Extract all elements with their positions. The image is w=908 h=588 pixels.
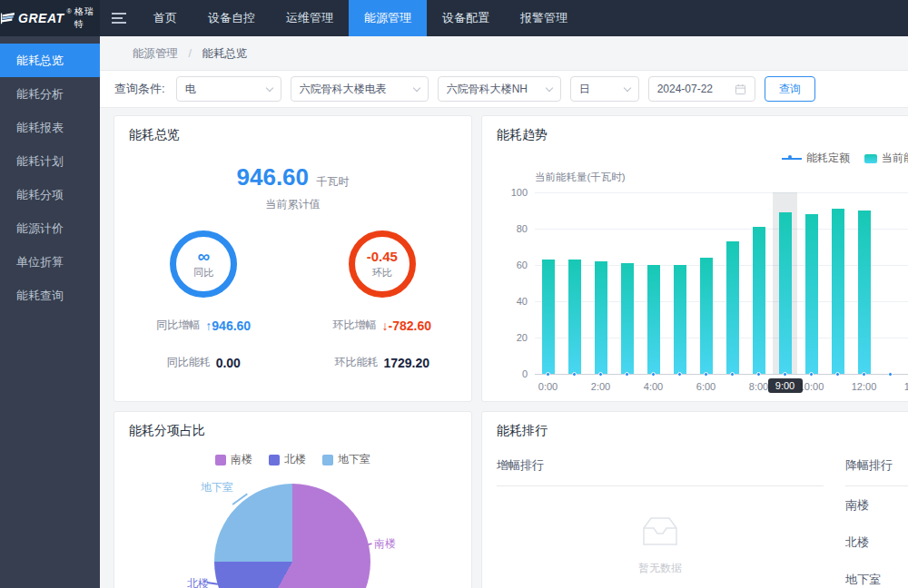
legend-item-quota[interactable]: 能耗定额 <box>782 151 850 166</box>
quota-line-dot <box>783 372 787 377</box>
gridline <box>535 192 908 193</box>
mom-ring: -0.45 环比 <box>349 230 416 298</box>
trend-bar <box>700 258 713 374</box>
sidebar-collapse-icon[interactable] <box>100 0 138 36</box>
y-axis-tick: 100 <box>497 187 528 198</box>
query-toolbar: 查询条件: 电 六院骨科大楼电表 六院骨科大楼NH 日 <box>100 70 908 108</box>
quota-line-dot <box>809 372 814 377</box>
arrow-down-icon: ↓ <box>382 318 389 333</box>
legend-label: 南楼 <box>231 452 252 467</box>
trend-bar <box>621 263 634 374</box>
brand-name: GREAT <box>18 11 64 25</box>
trend-bar <box>674 265 686 374</box>
sidebar-item-energy-analysis[interactable]: 能耗分析 <box>0 77 100 111</box>
energy-type-value: 电 <box>185 82 260 97</box>
legend-item[interactable]: 南楼 <box>215 452 252 467</box>
quota-line-dot <box>598 372 603 377</box>
ranking-item: 南楼 <box>845 486 908 524</box>
meter-select[interactable]: 六院骨科大楼电表 <box>291 76 429 102</box>
nav-item-home[interactable]: 首页 <box>138 0 192 36</box>
increase-ranking-column: 增幅排行 暂无数据 <box>497 457 824 576</box>
yoy-ring: ∞ 同比 <box>170 230 237 298</box>
y-axis-tick: 80 <box>497 223 528 234</box>
legend-swatch <box>322 455 333 466</box>
chevron-down-icon <box>545 83 552 91</box>
sidebar-item-unit-conversion[interactable]: 单位折算 <box>0 245 100 279</box>
trend-bar <box>779 212 792 374</box>
x-axis-tick: 0:00 <box>530 381 567 392</box>
quota-line-dot <box>677 372 682 377</box>
yoy-growth-label: 同比增幅 <box>156 318 200 333</box>
period-select[interactable]: 日 <box>570 76 639 102</box>
nav-item-ops-management[interactable]: 运维管理 <box>271 0 349 36</box>
legend-label: 北楼 <box>284 452 306 467</box>
mom-growth-value: ↓-782.60 <box>382 318 431 333</box>
energy-type-select[interactable]: 电 <box>176 76 281 102</box>
panel-title: 能耗趋势 <box>482 116 908 151</box>
energy-overview-panel: 能耗总览 946.60 千瓦时 当前累计值 ∞ 同比 <box>114 115 472 402</box>
y-axis-tick: 0 <box>497 368 528 379</box>
mom-energy-value: 1729.20 <box>383 356 429 370</box>
current-value-unit: 千瓦时 <box>316 175 349 188</box>
tab-decrease-ranking[interactable]: 降幅排行 <box>845 457 908 486</box>
trend-bar <box>542 260 555 374</box>
yoy-ring-value: ∞ <box>197 250 210 264</box>
ranking-item: 地下室 <box>845 561 908 588</box>
device-value: 六院骨科大楼NH <box>447 82 539 97</box>
device-select[interactable]: 六院骨科大楼NH <box>438 76 561 102</box>
x-axis-tick: 4:00 <box>636 381 672 392</box>
app-root: GREAT ® 格瑞特 首页 设备自控 运维管理 能源管理 设备配置 报警管理 … <box>0 0 908 588</box>
ranking-columns: 增幅排行 暂无数据 <box>482 446 908 576</box>
trend-bar <box>753 227 765 374</box>
breadcrumb-separator: / <box>188 47 191 60</box>
legend-item[interactable]: 地下室 <box>322 452 370 467</box>
quota-line-dot <box>651 372 656 377</box>
search-button[interactable]: 查询 <box>765 76 815 102</box>
breadcrumb-parent[interactable]: 能源管理 <box>133 47 178 60</box>
empty-box-icon <box>637 514 684 550</box>
topbar: GREAT ® 格瑞特 首页 设备自控 运维管理 能源管理 设备配置 报警管理 <box>0 0 908 36</box>
trend-bar <box>726 241 739 374</box>
x-axis-tick: 6:00 <box>688 381 725 392</box>
trend-bar <box>647 265 660 374</box>
x-axis-tick: 12:00 <box>846 381 883 392</box>
legend-item[interactable]: 北楼 <box>269 452 306 467</box>
nav-item-device-control[interactable]: 设备自控 <box>192 0 271 36</box>
sidebar-item-energy-subitem[interactable]: 能耗分项 <box>0 178 100 211</box>
mom-ring-value: -0.45 <box>367 249 398 264</box>
legend-item-current[interactable]: 当前能耗 <box>864 151 908 166</box>
legend-label: 能耗定额 <box>806 151 850 166</box>
sidebar-item-energy-plan[interactable]: 能耗计划 <box>0 144 100 178</box>
tab-increase-ranking[interactable]: 增幅排行 <box>497 457 824 486</box>
trend-bar <box>595 261 607 374</box>
breadcrumb-current: 能耗总览 <box>202 47 247 60</box>
energy-subitem-pie-panel: 能耗分项占比 南楼北楼地下室 南楼 北楼 地下室 <box>114 411 472 588</box>
date-value: 2024-07-22 <box>657 83 735 95</box>
brand-flag-icon <box>0 10 15 26</box>
sidebar-item-energy-overview[interactable]: 能耗总览 <box>0 44 100 77</box>
sidebar-item-energy-pricing[interactable]: 能源计价 <box>0 211 100 245</box>
quota-line-dot <box>730 372 735 377</box>
sidebar-item-energy-query[interactable]: 能耗查询 <box>0 279 100 312</box>
yoy-energy-label: 同比能耗 <box>167 355 211 370</box>
panel-title: 能耗分项占比 <box>114 412 471 446</box>
y-axis-title: 当前能耗量(千瓦时) <box>535 171 626 184</box>
legend-swatch <box>269 455 280 466</box>
yoy-ring-label: 同比 <box>193 266 213 279</box>
decrease-ranking-column: 降幅排行 南楼北楼地下室 <box>845 457 908 588</box>
top-navigation: 首页 设备自控 运维管理 能源管理 设备配置 报警管理 <box>138 0 583 36</box>
ranking-decrease-list: 南楼北楼地下室 <box>845 486 908 588</box>
chevron-down-icon <box>623 83 630 91</box>
quota-line-dot <box>888 372 893 377</box>
axis-pointer-label: 9:00 <box>768 378 803 393</box>
sidebar-item-energy-report[interactable]: 能耗报表 <box>0 111 100 144</box>
x-axis-tick: 14:00 <box>899 381 908 392</box>
yoy-energy-value: 0.00 <box>216 356 241 370</box>
nav-item-alarm-management[interactable]: 报警管理 <box>505 0 583 36</box>
date-picker[interactable]: 2024-07-22 <box>648 76 755 102</box>
mom-energy-label: 环比能耗 <box>334 355 378 370</box>
y-axis-tick: 40 <box>497 296 528 307</box>
empty-state: 暂无数据 <box>497 514 824 576</box>
nav-item-device-config[interactable]: 设备配置 <box>427 0 505 36</box>
nav-item-energy-management[interactable]: 能源管理 <box>349 0 427 36</box>
